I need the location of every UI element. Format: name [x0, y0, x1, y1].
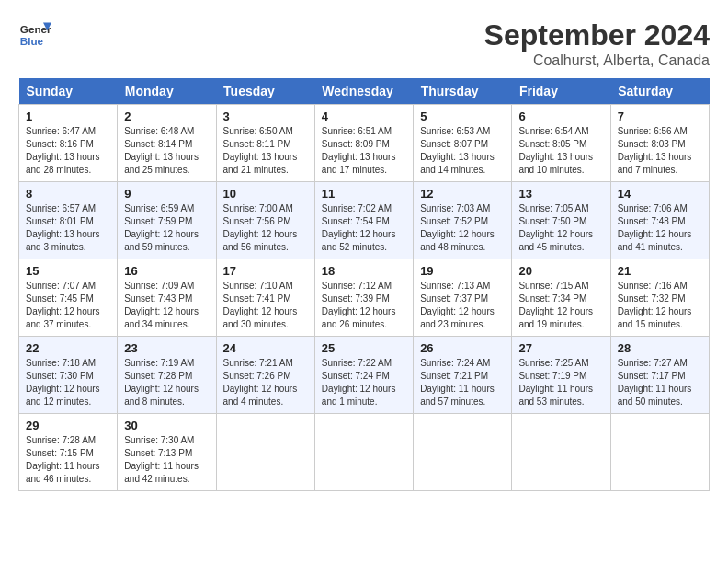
day-detail: Sunrise: 7:18 AMSunset: 7:30 PMDaylight:… [26, 357, 110, 408]
logo: General Blue [18, 18, 55, 52]
day-number: 22 [26, 341, 110, 355]
day-header-monday: Monday [118, 78, 216, 105]
calendar-cell: 3Sunrise: 6:50 AMSunset: 8:11 PMDaylight… [216, 105, 314, 182]
calendar-cell: 21Sunrise: 7:16 AMSunset: 7:32 PMDayligh… [610, 259, 709, 337]
calendar-cell: 13Sunrise: 7:05 AMSunset: 7:50 PMDayligh… [512, 182, 610, 259]
day-number: 27 [518, 341, 603, 355]
svg-text:Blue: Blue [20, 35, 44, 47]
day-number: 23 [124, 341, 209, 355]
day-number: 7 [618, 109, 702, 123]
day-detail: Sunrise: 7:09 AMSunset: 7:43 PMDaylight:… [124, 280, 209, 331]
day-number: 28 [618, 341, 702, 355]
calendar-cell: 24Sunrise: 7:21 AMSunset: 7:26 PMDayligh… [216, 337, 314, 414]
day-detail: Sunrise: 7:05 AMSunset: 7:50 PMDaylight:… [518, 202, 603, 254]
day-number: 15 [26, 264, 110, 278]
calendar-table: SundayMondayTuesdayWednesdayThursdayFrid… [18, 78, 710, 491]
day-number: 14 [618, 187, 702, 201]
day-number: 24 [223, 341, 308, 355]
calendar-cell: 26Sunrise: 7:24 AMSunset: 7:21 PMDayligh… [414, 337, 512, 414]
day-number: 4 [322, 109, 406, 123]
calendar-cell [512, 414, 610, 491]
day-number: 2 [124, 109, 209, 123]
day-number: 1 [26, 109, 110, 123]
calendar-cell: 28Sunrise: 7:27 AMSunset: 7:17 PMDayligh… [610, 337, 709, 414]
calendar-cell: 29Sunrise: 7:28 AMSunset: 7:15 PMDayligh… [19, 414, 118, 491]
day-detail: Sunrise: 7:13 AMSunset: 7:37 PMDaylight:… [420, 280, 505, 331]
calendar-cell: 25Sunrise: 7:22 AMSunset: 7:24 PMDayligh… [314, 337, 413, 414]
day-number: 16 [124, 264, 209, 278]
calendar-cell: 1Sunrise: 6:47 AMSunset: 8:16 PMDaylight… [19, 105, 118, 182]
day-header-friday: Friday [512, 78, 610, 105]
calendar-cell: 19Sunrise: 7:13 AMSunset: 7:37 PMDayligh… [414, 259, 512, 337]
day-number: 20 [518, 264, 603, 278]
day-detail: Sunrise: 6:48 AMSunset: 8:14 PMDaylight:… [124, 125, 209, 177]
day-detail: Sunrise: 7:03 AMSunset: 7:52 PMDaylight:… [420, 202, 505, 254]
day-number: 26 [420, 341, 505, 355]
day-detail: Sunrise: 7:16 AMSunset: 7:32 PMDaylight:… [618, 280, 702, 331]
day-detail: Sunrise: 7:12 AMSunset: 7:39 PMDaylight:… [322, 280, 406, 331]
day-header-sunday: Sunday [19, 78, 118, 105]
day-number: 18 [322, 264, 406, 278]
calendar-cell [314, 414, 413, 491]
calendar-cell: 2Sunrise: 6:48 AMSunset: 8:14 PMDaylight… [118, 105, 216, 182]
day-detail: Sunrise: 7:06 AMSunset: 7:48 PMDaylight:… [618, 202, 702, 254]
day-number: 9 [124, 187, 209, 201]
calendar-week-row: 8Sunrise: 6:57 AMSunset: 8:01 PMDaylight… [19, 182, 710, 259]
day-header-thursday: Thursday [414, 78, 512, 105]
day-number: 5 [420, 109, 505, 123]
title-block: September 2024 Coalhurst, Alberta, Canad… [484, 18, 710, 69]
day-detail: Sunrise: 6:54 AMSunset: 8:05 PMDaylight:… [518, 125, 603, 177]
day-number: 6 [518, 109, 603, 123]
day-header-wednesday: Wednesday [314, 78, 413, 105]
page-header: General Blue September 2024 Coalhurst, A… [18, 18, 710, 69]
day-header-tuesday: Tuesday [216, 78, 314, 105]
calendar-cell: 30Sunrise: 7:30 AMSunset: 7:13 PMDayligh… [118, 414, 216, 491]
day-detail: Sunrise: 7:15 AMSunset: 7:34 PMDaylight:… [518, 280, 603, 331]
day-detail: Sunrise: 7:25 AMSunset: 7:19 PMDaylight:… [518, 357, 603, 408]
calendar-cell [610, 414, 709, 491]
day-detail: Sunrise: 7:28 AMSunset: 7:15 PMDaylight:… [26, 434, 110, 486]
calendar-cell: 16Sunrise: 7:09 AMSunset: 7:43 PMDayligh… [118, 259, 216, 337]
day-number: 10 [223, 187, 308, 201]
calendar-cell: 12Sunrise: 7:03 AMSunset: 7:52 PMDayligh… [414, 182, 512, 259]
calendar-cell: 17Sunrise: 7:10 AMSunset: 7:41 PMDayligh… [216, 259, 314, 337]
calendar-cell: 22Sunrise: 7:18 AMSunset: 7:30 PMDayligh… [19, 337, 118, 414]
day-number: 19 [420, 264, 505, 278]
calendar-cell: 8Sunrise: 6:57 AMSunset: 8:01 PMDaylight… [19, 182, 118, 259]
day-number: 3 [223, 109, 308, 123]
day-detail: Sunrise: 7:22 AMSunset: 7:24 PMDaylight:… [322, 357, 406, 408]
day-detail: Sunrise: 6:51 AMSunset: 8:09 PMDaylight:… [322, 125, 406, 177]
calendar-cell: 7Sunrise: 6:56 AMSunset: 8:03 PMDaylight… [610, 105, 709, 182]
day-detail: Sunrise: 7:02 AMSunset: 7:54 PMDaylight:… [322, 202, 406, 254]
day-detail: Sunrise: 7:19 AMSunset: 7:28 PMDaylight:… [124, 357, 209, 408]
day-number: 11 [322, 187, 406, 201]
day-detail: Sunrise: 7:00 AMSunset: 7:56 PMDaylight:… [223, 202, 308, 254]
day-detail: Sunrise: 7:24 AMSunset: 7:21 PMDaylight:… [420, 357, 505, 408]
day-detail: Sunrise: 6:59 AMSunset: 7:59 PMDaylight:… [124, 202, 209, 254]
day-detail: Sunrise: 6:57 AMSunset: 8:01 PMDaylight:… [26, 202, 110, 254]
calendar-cell: 14Sunrise: 7:06 AMSunset: 7:48 PMDayligh… [610, 182, 709, 259]
calendar-cell: 23Sunrise: 7:19 AMSunset: 7:28 PMDayligh… [118, 337, 216, 414]
day-detail: Sunrise: 7:30 AMSunset: 7:13 PMDaylight:… [124, 434, 209, 486]
logo-icon: General Blue [18, 18, 51, 52]
month-title: September 2024 [484, 18, 710, 52]
calendar-week-row: 15Sunrise: 7:07 AMSunset: 7:45 PMDayligh… [19, 259, 710, 337]
day-number: 21 [618, 264, 702, 278]
calendar-week-row: 22Sunrise: 7:18 AMSunset: 7:30 PMDayligh… [19, 337, 710, 414]
day-number: 30 [124, 419, 209, 432]
calendar-cell [216, 414, 314, 491]
calendar-cell: 11Sunrise: 7:02 AMSunset: 7:54 PMDayligh… [314, 182, 413, 259]
day-number: 29 [26, 419, 110, 432]
calendar-cell: 5Sunrise: 6:53 AMSunset: 8:07 PMDaylight… [414, 105, 512, 182]
calendar-cell: 6Sunrise: 6:54 AMSunset: 8:05 PMDaylight… [512, 105, 610, 182]
day-detail: Sunrise: 6:53 AMSunset: 8:07 PMDaylight:… [420, 125, 505, 177]
day-detail: Sunrise: 7:21 AMSunset: 7:26 PMDaylight:… [223, 357, 308, 408]
calendar-cell: 4Sunrise: 6:51 AMSunset: 8:09 PMDaylight… [314, 105, 413, 182]
day-number: 17 [223, 264, 308, 278]
calendar-week-row: 1Sunrise: 6:47 AMSunset: 8:16 PMDaylight… [19, 105, 710, 182]
calendar-cell: 9Sunrise: 6:59 AMSunset: 7:59 PMDaylight… [118, 182, 216, 259]
day-number: 13 [518, 187, 603, 201]
calendar-week-row: 29Sunrise: 7:28 AMSunset: 7:15 PMDayligh… [19, 414, 710, 491]
calendar-cell: 20Sunrise: 7:15 AMSunset: 7:34 PMDayligh… [512, 259, 610, 337]
day-number: 12 [420, 187, 505, 201]
